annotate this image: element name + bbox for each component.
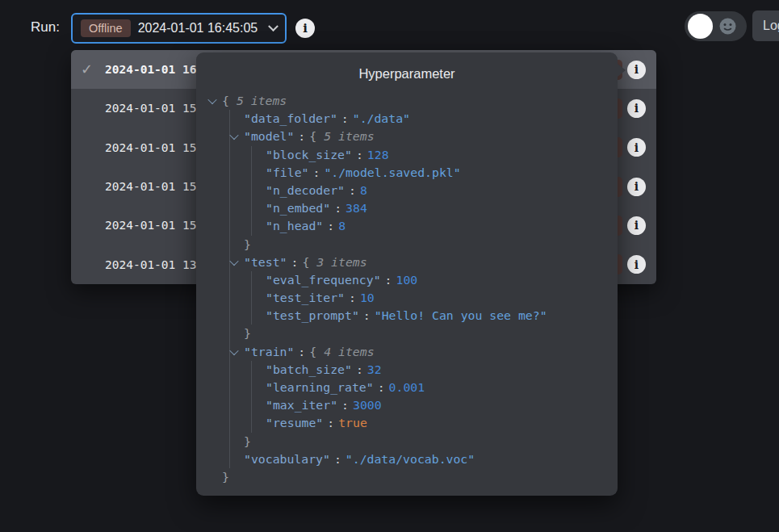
dropdown-item-label: 2024-01-01 15 bbox=[105, 141, 197, 154]
json-line: "test_iter":10 bbox=[208, 289, 618, 307]
tree-guide-line bbox=[208, 433, 230, 450]
json-token-colon: : bbox=[298, 128, 305, 145]
json-line: "n_decoder":8 bbox=[208, 182, 618, 199]
tree-guide-line bbox=[208, 182, 230, 199]
dropdown-item-label: 2024-01-01 13 bbox=[105, 258, 197, 271]
run-info-icon[interactable]: i bbox=[627, 216, 646, 235]
json-token-colon: : bbox=[349, 289, 356, 307]
json-token-number: 10 bbox=[360, 289, 375, 307]
tree-guide-line bbox=[230, 199, 252, 217]
json-line: } bbox=[208, 433, 618, 450]
json-line: "eval_frequency":100 bbox=[208, 271, 618, 289]
popover-arrow bbox=[618, 64, 626, 77]
json-token-number: 384 bbox=[346, 199, 367, 217]
tree-guide-line bbox=[208, 164, 230, 182]
json-token-key: "test_prompt" bbox=[266, 307, 359, 325]
json-token-key: "test" bbox=[244, 253, 287, 271]
json-token-boolean: true bbox=[338, 414, 367, 432]
json-token-key: "test_iter" bbox=[266, 289, 345, 307]
json-line: "learning_rate":0.001 bbox=[208, 379, 618, 396]
json-line: "resume":true bbox=[208, 414, 618, 432]
checkmark-icon: ✓ bbox=[81, 61, 105, 78]
tree-guide-line bbox=[230, 414, 252, 432]
json-token-key: "n_decoder" bbox=[266, 182, 345, 199]
collapse-chevron-icon[interactable] bbox=[230, 259, 244, 266]
json-token-colon: : bbox=[363, 307, 371, 325]
json-token-meta: 4 items bbox=[324, 343, 374, 361]
json-token-colon: : bbox=[341, 110, 349, 128]
dropdown-item-label: 2024-01-01 15 bbox=[105, 219, 197, 232]
tree-guide-line bbox=[208, 396, 230, 414]
tree-guide-line bbox=[208, 253, 230, 271]
json-token-punct: { bbox=[309, 128, 316, 145]
json-token-punct: } bbox=[244, 433, 251, 450]
hyperparameter-popover: Hyperparameter {5 items"data_folder":"./… bbox=[196, 52, 618, 496]
dropdown-item-label: 2024-01-01 15 bbox=[105, 102, 197, 115]
tree-guide-line bbox=[208, 236, 230, 253]
json-token-string: "Hello! Can you see me?" bbox=[375, 307, 547, 325]
json-token-string: "./data" bbox=[353, 110, 410, 128]
dropdown-item-label: 2024-01-01 15 bbox=[105, 180, 197, 193]
collapse-chevron-icon[interactable] bbox=[230, 133, 244, 140]
json-token-key: "learning_rate" bbox=[266, 379, 374, 396]
tree-guide-line bbox=[208, 450, 230, 468]
run-info-icon[interactable]: i bbox=[627, 138, 646, 157]
tree-guide-line bbox=[208, 271, 230, 289]
json-token-colon: : bbox=[291, 253, 298, 271]
json-token-number: 128 bbox=[367, 146, 389, 164]
json-token-punct: { bbox=[309, 343, 316, 361]
json-line: "batch_size":32 bbox=[208, 361, 618, 379]
tree-guide-line bbox=[230, 182, 252, 199]
json-line: "train":{4 items bbox=[208, 343, 618, 361]
run-info-icon[interactable]: i bbox=[627, 99, 646, 118]
tree-guide-line bbox=[230, 396, 252, 414]
tree-guide-line bbox=[208, 343, 230, 361]
popover-title: Hyperparameter bbox=[196, 66, 618, 82]
json-line: "data_folder":"./data" bbox=[208, 110, 618, 128]
run-info-icon[interactable]: i bbox=[295, 19, 315, 38]
json-token-number: 8 bbox=[338, 217, 346, 235]
json-token-colon: : bbox=[356, 361, 363, 379]
tree-guide-line bbox=[230, 361, 252, 379]
toggle-knob[interactable] bbox=[688, 14, 713, 39]
tree-guide-line bbox=[208, 361, 230, 379]
json-token-colon: : bbox=[356, 146, 363, 164]
run-selector-dropdown[interactable]: Offline 2024-01-01 16:45:05 bbox=[71, 13, 287, 44]
tree-guide-line bbox=[230, 217, 252, 235]
tree-guide-line bbox=[208, 307, 230, 325]
tree-guide-line bbox=[208, 110, 230, 128]
tree-guide-line bbox=[230, 379, 252, 396]
run-info-icon[interactable]: i bbox=[627, 178, 646, 196]
json-line: {5 items bbox=[208, 92, 618, 110]
collapse-chevron-icon[interactable] bbox=[208, 98, 222, 104]
theme-toggle[interactable] bbox=[685, 11, 747, 41]
json-line: "test":{3 items bbox=[208, 253, 618, 271]
json-token-number: 3000 bbox=[353, 396, 382, 414]
json-token-key: "resume" bbox=[266, 414, 323, 432]
tree-guide-line bbox=[208, 128, 230, 145]
json-token-key: "n_head" bbox=[266, 217, 323, 235]
json-token-punct: } bbox=[222, 468, 229, 486]
collapse-chevron-icon[interactable] bbox=[230, 349, 244, 355]
tree-guide-line bbox=[230, 164, 252, 182]
json-line: "n_embed":384 bbox=[208, 199, 618, 217]
json-token-meta: 5 items bbox=[324, 128, 374, 145]
json-line: "test_prompt":"Hello! Can you see me?" bbox=[208, 307, 618, 325]
run-info-icon[interactable]: i bbox=[627, 255, 646, 274]
json-token-colon: : bbox=[378, 379, 385, 396]
tree-guide-line bbox=[230, 146, 252, 164]
tree-guide-line bbox=[230, 271, 252, 289]
json-token-punct: } bbox=[244, 236, 251, 253]
json-line: } bbox=[208, 325, 618, 342]
json-token-colon: : bbox=[334, 199, 341, 217]
json-token-punct: { bbox=[222, 92, 229, 110]
run-info-icon[interactable]: i bbox=[627, 61, 646, 79]
json-token-key: "eval_frequency" bbox=[266, 271, 381, 289]
json-token-colon: : bbox=[385, 271, 392, 289]
json-line: "model":{5 items bbox=[208, 128, 618, 145]
hyperparameter-json: {5 items"data_folder":"./data""model":{5… bbox=[208, 92, 618, 486]
log-button[interactable]: Log bbox=[752, 10, 779, 41]
json-line: } bbox=[208, 468, 618, 486]
json-token-number: 0.001 bbox=[389, 379, 425, 396]
json-token-number: 100 bbox=[396, 271, 417, 289]
